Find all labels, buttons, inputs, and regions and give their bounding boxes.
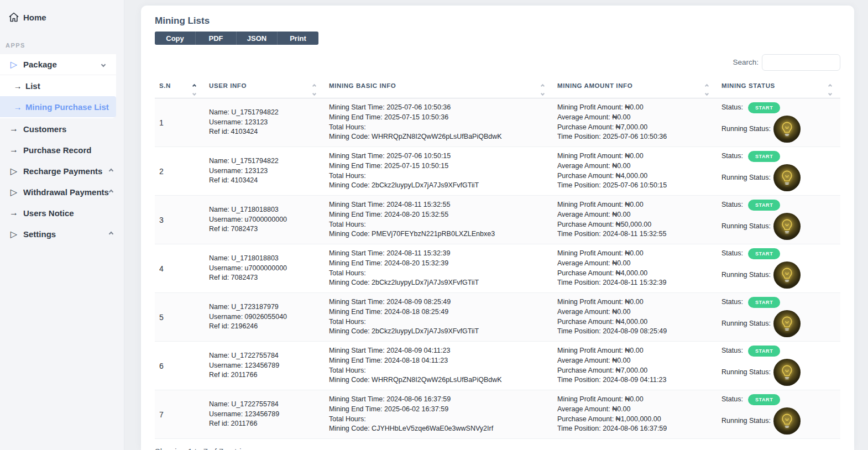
sidebar-item-list[interactable]: → List [0, 75, 116, 96]
cell-mining-amount-info: Mining Profit Amount: ₦0.00 Average Amou… [553, 395, 717, 433]
page-title: Mining Lists [155, 15, 840, 27]
sidebar-item-purchase-record[interactable]: → Purchase Record [0, 139, 124, 160]
sidebar-item-label: Settings [23, 229, 56, 239]
column-header-sn[interactable]: S.N [155, 82, 205, 98]
table-row: 4 Name: U_1718018803 Username: u70000000… [155, 244, 840, 293]
average-amount: Average Amount: ₦0.00 [557, 356, 717, 366]
table-row: 6 Name: U_1722755784 Username: 123456789… [155, 342, 840, 390]
user-ref-id: Ref id: 7082473 [209, 224, 325, 234]
table-row: 2 Name: U_1751794822 Username: 123123 Re… [155, 147, 840, 196]
user-ref-id: Ref id: 4103424 [209, 127, 325, 137]
cell-user-info: Name: U_1718018803 Username: u7000000000… [205, 254, 325, 283]
export-button-group: Copy PDF JSON Print [155, 32, 318, 45]
lightbulb-running-indicator[interactable] [773, 359, 801, 386]
mining-code: Mining Code: WHRRQpZN8I2QwW26pLsUfBaPiQB… [329, 375, 553, 385]
time-position: Time Position: 2024-08-09 04:11:23 [557, 375, 717, 385]
cell-mining-basic-info: Mining Start Time: 2025-07-06 10:50:15 M… [325, 151, 553, 190]
sidebar-item-label: Purchase Record [23, 145, 91, 155]
mining-end-time: Mining End Time: 2024-08-18 08:25:49 [329, 307, 553, 317]
mining-table: S.N USER INFO MINING BASIC INFO MINING A… [155, 82, 840, 439]
cell-mining-amount-info: Mining Profit Amount: ₦0.00 Average Amou… [553, 103, 717, 142]
status-label: Status: [721, 103, 743, 113]
mining-end-time: Mining End Time: 2024-08-18 04:11:23 [329, 356, 553, 366]
mining-profit-amount: Mining Profit Amount: ₦0.00 [557, 395, 717, 405]
mining-end-time: Mining End Time: 2025-07-15 10:50:15 [329, 161, 553, 171]
column-header-mining-amount-info[interactable]: MINING AMOUNT INFO [553, 82, 717, 98]
user-username: Username: 123123 [209, 118, 325, 128]
user-username: Username: u7000000000 [209, 264, 325, 274]
average-amount: Average Amount: ₦0.00 [557, 405, 717, 415]
time-position: Time Position: 2024-08-11 15:32:55 [557, 229, 717, 239]
mining-end-time: Mining End Time: 2025-07-15 10:50:36 [329, 113, 553, 123]
lightbulb-icon [778, 218, 796, 235]
sidebar-item-package[interactable]: ▷ Package [0, 54, 116, 75]
sidebar-item-users-notice[interactable]: → Users Notice [0, 202, 124, 223]
table-header-row: S.N USER INFO MINING BASIC INFO MINING A… [155, 82, 840, 98]
user-ref-id: Ref id: 2196246 [209, 322, 325, 332]
print-button[interactable]: Print [278, 32, 318, 45]
mining-profit-amount: Mining Profit Amount: ₦0.00 [557, 151, 717, 161]
mining-start-time: Mining Start Time: 2024-08-06 16:37:59 [329, 395, 553, 405]
copy-button[interactable]: Copy [155, 32, 196, 45]
mining-profit-amount: Mining Profit Amount: ₦0.00 [557, 249, 717, 259]
mining-code: Mining Code: 2bCkz2luypyLDx7jA7Js9XFvfGT… [329, 181, 553, 191]
mining-profit-amount: Mining Profit Amount: ₦0.00 [557, 200, 717, 210]
average-amount: Average Amount: ₦0.00 [557, 210, 717, 220]
start-button[interactable]: START [748, 394, 780, 405]
lightbulb-running-indicator[interactable] [773, 164, 801, 191]
user-name: Name: U_1718018803 [209, 254, 325, 264]
search-input[interactable] [762, 54, 840, 71]
home-icon [6, 12, 22, 23]
mining-code: Mining Code: WHRRQpZN8I2QwW26pLsUfBaPiQB… [329, 132, 553, 142]
sort-icons [312, 83, 318, 97]
arrow-right-icon: → [6, 145, 22, 155]
start-button[interactable]: START [748, 297, 780, 308]
mining-lists-card: Mining Lists Copy PDF JSON Print Search:… [141, 6, 854, 450]
start-button[interactable]: START [748, 200, 780, 211]
cell-mining-basic-info: Mining Start Time: 2024-08-06 16:37:59 M… [325, 395, 553, 433]
sidebar-item-recharge-payments[interactable]: ▷ Recharge Payments [0, 160, 124, 181]
main-content: Mining Lists Copy PDF JSON Print Search:… [124, 0, 868, 450]
lightbulb-running-indicator[interactable] [773, 116, 801, 143]
mining-code: Mining Code: 2bCkz2luypyLDx7jA7Js9XFvfGT… [329, 278, 553, 288]
lightbulb-running-indicator[interactable] [773, 407, 801, 435]
arrow-right-icon: → [10, 81, 25, 91]
start-button[interactable]: START [748, 248, 780, 259]
mining-profit-amount: Mining Profit Amount: ₦0.00 [557, 103, 717, 113]
mining-start-time: Mining Start Time: 2024-08-11 15:32:55 [329, 200, 553, 210]
cell-sn: 5 [155, 313, 205, 322]
pdf-button[interactable]: PDF [196, 32, 237, 45]
running-status-label: Running Status: [721, 270, 771, 280]
lightbulb-running-indicator[interactable] [773, 261, 801, 289]
sidebar-item-customers[interactable]: → Customers [0, 118, 124, 139]
cell-mining-status: Status: START Running Status: [717, 394, 840, 435]
sidebar-item-label: Package [23, 60, 57, 69]
purchase-amount: Purchase Amount: ₦4,000.00 [557, 269, 717, 279]
sidebar-item-label: Customers [23, 124, 66, 134]
mining-code: Mining Code: PMEVj70FEYbzN221pRB0LXZLEnb… [329, 229, 553, 239]
app-root: Home APPS ▷ Package → List → Mining Purc… [0, 0, 868, 450]
purchase-amount: Purchase Amount: ₦4,000.00 [557, 171, 717, 181]
user-username: Username: 123456789 [209, 361, 325, 371]
sidebar-item-withdrawal-payments[interactable]: ▷ Withdrawal Payments [0, 181, 124, 202]
lightbulb-running-indicator[interactable] [773, 310, 801, 337]
sort-icons [541, 83, 546, 97]
sidebar-item-settings[interactable]: ▷ Settings [0, 223, 124, 244]
user-username: Username: 123456789 [209, 410, 325, 420]
column-header-user-info[interactable]: USER INFO [205, 82, 325, 98]
start-button[interactable]: START [748, 102, 780, 113]
json-button[interactable]: JSON [237, 32, 278, 45]
cell-mining-amount-info: Mining Profit Amount: ₦0.00 Average Amou… [553, 249, 717, 287]
total-hours: Total Hours: [329, 366, 553, 376]
start-button[interactable]: START [748, 151, 780, 162]
sort-icons [828, 83, 834, 97]
column-header-mining-basic-info[interactable]: MINING BASIC INFO [325, 82, 553, 98]
sidebar-item-home[interactable]: Home [0, 7, 124, 28]
lightbulb-running-indicator[interactable] [773, 213, 801, 240]
sidebar-item-label: Withdrawal Payments [23, 187, 109, 197]
sidebar-item-mining-purchase-list[interactable]: → Mining Purchase List [0, 96, 116, 117]
column-header-mining-status[interactable]: MINING STATUS [717, 82, 840, 98]
user-username: Username: 123123 [209, 166, 325, 176]
lightbulb-icon [778, 266, 796, 284]
start-button[interactable]: START [748, 346, 780, 357]
